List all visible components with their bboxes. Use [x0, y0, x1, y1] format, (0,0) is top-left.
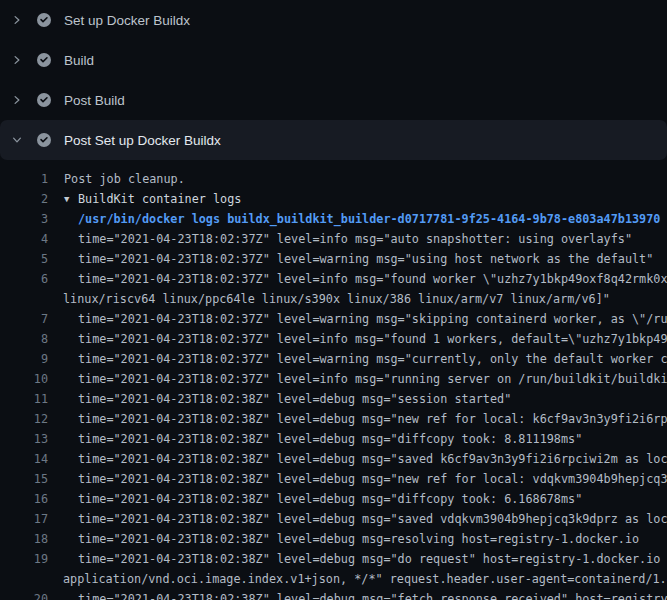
log-text: time="2021-04-23T18:02:38Z" level=debug … — [78, 389, 511, 409]
log-line: 5 time="2021-04-23T18:02:37Z" level=warn… — [0, 249, 667, 269]
log-text: time="2021-04-23T18:02:38Z" level=debug … — [78, 589, 667, 600]
log-text: time="2021-04-23T18:02:37Z" level=info m… — [78, 269, 667, 289]
log-line: 20 time="2021-04-23T18:02:38Z" level=deb… — [0, 589, 667, 600]
log-text: time="2021-04-23T18:02:37Z" level=info m… — [78, 329, 667, 349]
log-line: application/vnd.oci.image.index.v1+json,… — [0, 569, 667, 589]
line-number[interactable]: 14 — [0, 449, 48, 469]
log-text: time="2021-04-23T18:02:38Z" level=debug … — [78, 529, 639, 549]
line-number[interactable]: 15 — [0, 469, 48, 489]
log-line: 9 time="2021-04-23T18:02:37Z" level=warn… — [0, 349, 667, 369]
success-check-circle-icon — [37, 53, 51, 67]
line-number[interactable]: 16 — [0, 489, 48, 509]
log-text: Post job cleanup. — [64, 169, 185, 189]
line-number[interactable]: 2 — [0, 189, 48, 209]
log-text: time="2021-04-23T18:02:38Z" level=debug … — [78, 429, 582, 449]
log-line: 8 time="2021-04-23T18:02:37Z" level=info… — [0, 329, 667, 349]
log-text: BuildKit container logs — [78, 189, 241, 209]
step-header-2[interactable]: Post Build — [0, 80, 667, 120]
chevron-right-icon[interactable] — [11, 54, 23, 66]
log-text: application/vnd.oci.image.index.v1+json,… — [63, 569, 667, 589]
log-line: 3 /usr/bin/docker logs buildx_buildkit_b… — [0, 209, 667, 229]
log-line: 16 time="2021-04-23T18:02:38Z" level=deb… — [0, 489, 667, 509]
chevron-right-icon[interactable] — [11, 14, 23, 26]
log-text: time="2021-04-23T18:02:38Z" level=debug … — [78, 489, 582, 509]
log-line: 7 time="2021-04-23T18:02:37Z" level=warn… — [0, 309, 667, 329]
log-line: 14 time="2021-04-23T18:02:38Z" level=deb… — [0, 449, 667, 469]
step-list: Set up Docker Buildx Build P — [0, 0, 667, 160]
log-text: time="2021-04-23T18:02:38Z" level=debug … — [78, 409, 667, 429]
log-text: time="2021-04-23T18:02:37Z" level=info m… — [78, 229, 632, 249]
step-header-3[interactable]: Post Set up Docker Buildx — [0, 120, 667, 160]
line-number[interactable] — [0, 569, 48, 589]
log-line: 10 time="2021-04-23T18:02:37Z" level=inf… — [0, 369, 667, 389]
success-check-circle-icon — [37, 93, 51, 107]
success-check-circle-icon — [37, 133, 51, 147]
log-line: 12 time="2021-04-23T18:02:38Z" level=deb… — [0, 409, 667, 429]
line-number[interactable]: 5 — [0, 249, 48, 269]
chevron-right-icon[interactable] — [11, 94, 23, 106]
log-viewer: 1 Post job cleanup. 2 ▼ BuildKit contain… — [0, 160, 667, 600]
log-text: time="2021-04-23T18:02:38Z" level=debug … — [78, 549, 667, 569]
line-number[interactable]: 13 — [0, 429, 48, 449]
log-text: time="2021-04-23T18:02:37Z" level=info m… — [78, 369, 667, 389]
log-text: linux/riscv64 linux/ppc64le linux/s390x … — [63, 289, 610, 309]
line-number[interactable]: 7 — [0, 309, 48, 329]
log-text: time="2021-04-23T18:02:37Z" level=warnin… — [78, 309, 667, 329]
log-line: 6 time="2021-04-23T18:02:37Z" level=info… — [0, 269, 667, 289]
line-number[interactable]: 11 — [0, 389, 48, 409]
line-number[interactable]: 4 — [0, 229, 48, 249]
line-number[interactable]: 19 — [0, 549, 48, 569]
step-label: Post Set up Docker Buildx — [64, 133, 221, 148]
line-number[interactable]: 12 — [0, 409, 48, 429]
log-text: time="2021-04-23T18:02:37Z" level=warnin… — [78, 249, 653, 269]
log-line: 4 time="2021-04-23T18:02:37Z" level=info… — [0, 229, 667, 249]
line-number[interactable]: 8 — [0, 329, 48, 349]
log-line: 15 time="2021-04-23T18:02:38Z" level=deb… — [0, 469, 667, 489]
line-number[interactable]: 20 — [0, 589, 48, 600]
line-number[interactable]: 10 — [0, 369, 48, 389]
log-line: 13 time="2021-04-23T18:02:38Z" level=deb… — [0, 429, 667, 449]
log-text: /usr/bin/docker logs buildx_buildkit_bui… — [78, 209, 660, 229]
log-line: 1 Post job cleanup. — [0, 169, 667, 189]
log-line: linux/riscv64 linux/ppc64le linux/s390x … — [0, 289, 667, 309]
line-number[interactable]: 1 — [0, 169, 48, 189]
step-label: Set up Docker Buildx — [64, 13, 190, 28]
success-check-circle-icon — [37, 13, 51, 27]
line-number[interactable] — [0, 289, 48, 309]
log-text: time="2021-04-23T18:02:37Z" level=warnin… — [78, 349, 667, 369]
log-text: time="2021-04-23T18:02:38Z" level=debug … — [78, 509, 667, 529]
log-line: 11 time="2021-04-23T18:02:38Z" level=deb… — [0, 389, 667, 409]
step-label: Build — [64, 53, 94, 68]
line-number[interactable]: 6 — [0, 269, 48, 289]
line-number[interactable]: 18 — [0, 529, 48, 549]
log-text: time="2021-04-23T18:02:38Z" level=debug … — [78, 469, 667, 489]
log-line: 17 time="2021-04-23T18:02:38Z" level=deb… — [0, 509, 667, 529]
step-header-0[interactable]: Set up Docker Buildx — [0, 0, 667, 40]
line-number[interactable]: 9 — [0, 349, 48, 369]
step-label: Post Build — [64, 93, 125, 108]
log-line: 2 ▼ BuildKit container logs — [0, 189, 667, 209]
chevron-down-icon[interactable] — [11, 134, 23, 146]
group-collapse-triangle-icon[interactable]: ▼ — [64, 189, 78, 209]
log-line: 19 time="2021-04-23T18:02:38Z" level=deb… — [0, 549, 667, 569]
line-number[interactable]: 3 — [0, 209, 48, 229]
log-text: time="2021-04-23T18:02:38Z" level=debug … — [78, 449, 667, 469]
step-header-1[interactable]: Build — [0, 40, 667, 80]
line-number[interactable]: 17 — [0, 509, 48, 529]
log-line: 18 time="2021-04-23T18:02:38Z" level=deb… — [0, 529, 667, 549]
